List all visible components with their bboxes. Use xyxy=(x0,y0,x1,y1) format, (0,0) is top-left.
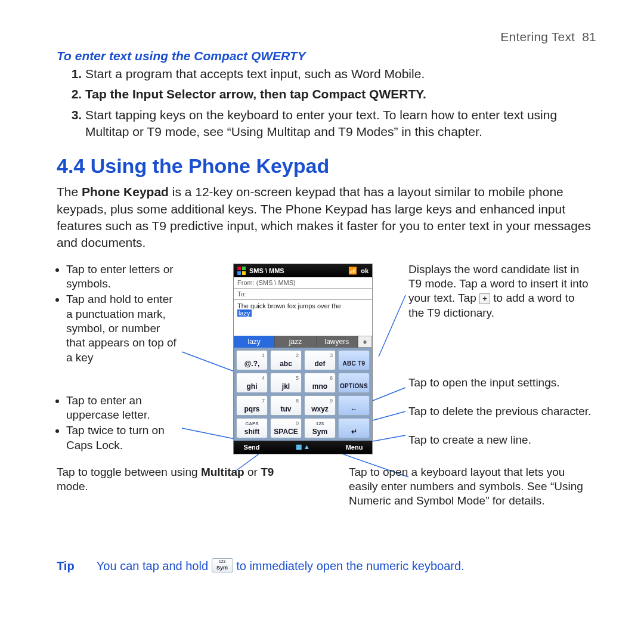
bl-e: mode. xyxy=(57,480,88,493)
phone-keypad-mock: SMS \ MMS 📶 ok From: (SMS \ MMS) To: The… xyxy=(233,264,373,454)
message-textarea[interactable]: The quick brown fox jumps over the lazy xyxy=(234,300,372,336)
svg-line-4 xyxy=(373,388,405,401)
section-intro: The Phone Keypad is a 12-key on-screen k… xyxy=(57,184,596,251)
callout-right-2: Tap to open the input settings. xyxy=(408,376,593,390)
callout-left-1: Tap to enter letters or symbols. Tap and… xyxy=(57,262,182,366)
step-2e: . xyxy=(423,87,426,101)
key-backspace[interactable]: ← xyxy=(338,395,370,416)
phone-titlebar: SMS \ MMS 📶 ok xyxy=(234,264,372,277)
tip-text-a: You can tap and hold xyxy=(97,559,212,572)
softkey-sip[interactable]: ▦ ▲ xyxy=(270,443,336,451)
key-9-num: 9 xyxy=(330,397,333,405)
candidate-bar: lazy jazz lawyers + xyxy=(234,336,372,348)
key-shift[interactable]: CAPSshift xyxy=(236,418,268,438)
key-3-num: 3 xyxy=(330,351,333,360)
tip-text-b: to immediately open the numeric keyboard… xyxy=(236,559,464,572)
softkey-bar: Send ▦ ▲ Menu xyxy=(234,441,372,454)
callout-left-2b: Tap twice to turn on Caps Lock. xyxy=(66,423,182,453)
compact-qwerty-heading: To enter text using the Compact QWERTY xyxy=(57,49,596,63)
key-1[interactable]: 1@.?, xyxy=(236,350,268,370)
callout-bottom-right: Tap to open a keyboard layout that lets … xyxy=(349,465,593,509)
key-2-num: 2 xyxy=(296,351,299,360)
key-6-num: 6 xyxy=(330,374,333,382)
manual-page: Entering Text 81 To enter text using the… xyxy=(0,0,644,644)
bl-c: or xyxy=(244,466,261,478)
key-1-lbl: @.?, xyxy=(237,360,267,368)
key-9[interactable]: 9wxyz xyxy=(304,395,336,416)
key-8[interactable]: 8tuv xyxy=(270,395,302,416)
key-8-num: 8 xyxy=(296,397,299,405)
softkey-menu[interactable]: Menu xyxy=(336,444,372,451)
tip-label: Tip xyxy=(57,559,75,572)
callout-left-1a: Tap to enter letters or symbols. xyxy=(66,262,182,292)
key-3[interactable]: 3def xyxy=(304,350,336,370)
sym-key-icon xyxy=(212,558,233,572)
key-2[interactable]: 2abc xyxy=(270,350,302,370)
callout-left-2: Tap to enter an uppercase letter. Tap tw… xyxy=(57,394,182,454)
windows-logo-icon xyxy=(237,267,246,275)
key-9-lbl: wxyz xyxy=(305,405,335,413)
enter-icon: ↵ xyxy=(339,428,369,436)
key-t9-lbl: ABC T9 xyxy=(339,360,369,368)
page-header: Entering Text 81 xyxy=(57,30,596,44)
callout-left-1b: Tap and hold to enter a punctuation mark… xyxy=(66,292,182,365)
bl-d: T9 xyxy=(261,466,274,478)
step-1: Start a program that accepts text input,… xyxy=(85,66,596,82)
key-8-lbl: tuv xyxy=(271,405,301,413)
section-title: 4.4 Using the Phone Keypad xyxy=(57,154,596,178)
key-options[interactable]: OPTIONS xyxy=(338,373,370,393)
tip-row: Tip You can tap and hold to immediately … xyxy=(57,558,596,573)
intro-b: Phone Keypad xyxy=(82,185,169,199)
callout-right-1: Displays the word candidate list in T9 m… xyxy=(408,262,593,320)
svg-line-5 xyxy=(373,411,405,420)
svg-line-6 xyxy=(373,435,405,441)
step-2a: Tap the xyxy=(85,87,132,101)
phone-title: SMS \ MMS xyxy=(249,267,345,274)
key-1-num: 1 xyxy=(262,351,265,360)
to-line[interactable]: To: xyxy=(234,289,372,300)
typed-text: The quick brown fox jumps over the xyxy=(237,302,341,309)
from-line: From: (SMS \ MMS) xyxy=(234,277,372,289)
step-1-text: Start a program that accepts text input,… xyxy=(85,67,425,80)
key-0-num: 0 xyxy=(296,419,299,428)
chapter-title: Entering Text xyxy=(500,30,575,44)
backspace-icon: ← xyxy=(339,405,369,413)
selected-word: lazy xyxy=(237,309,252,317)
step-2b: Input Selector xyxy=(132,87,216,101)
svg-line-3 xyxy=(379,295,405,357)
key-shift-lbl: shift xyxy=(237,428,267,436)
callout-left-2a: Tap to enter an uppercase letter. xyxy=(66,394,182,423)
softkey-send[interactable]: Send xyxy=(234,444,270,451)
candidate-3[interactable]: lawyers xyxy=(317,336,358,348)
key-space[interactable]: 0SPACE xyxy=(270,418,302,438)
key-7-num: 7 xyxy=(262,397,265,405)
add-candidate-button[interactable]: + xyxy=(358,336,372,348)
key-space-lbl: SPACE xyxy=(271,428,301,436)
plus-icon: + xyxy=(479,293,490,304)
step-2: Tap the Input Selector arrow, then tap C… xyxy=(85,86,596,103)
key-7[interactable]: 7pqrs xyxy=(236,395,268,416)
ok-button[interactable]: ok xyxy=(361,267,369,274)
callout-bottom-left: Tap to toggle between using Multitap or … xyxy=(57,465,283,494)
key-6[interactable]: 6mno xyxy=(304,373,336,393)
step-2c: arrow, then tap xyxy=(216,87,312,101)
key-t9-toggle[interactable]: ABC T9 xyxy=(338,350,370,370)
step-3-text: Start tapping keys on the keyboard to en… xyxy=(85,108,557,138)
key-4[interactable]: 4ghi xyxy=(236,373,268,393)
key-enter[interactable]: ↵ xyxy=(338,418,370,438)
key-2-lbl: abc xyxy=(271,360,301,368)
key-4-num: 4 xyxy=(262,374,265,382)
compact-qwerty-steps: Start a program that accepts text input,… xyxy=(57,66,596,140)
bl-b: Multitap xyxy=(201,466,244,478)
key-options-lbl: OPTIONS xyxy=(339,382,369,391)
key-sym[interactable]: 123Sym xyxy=(304,418,336,438)
key-6-lbl: mno xyxy=(305,382,335,391)
candidate-1[interactable]: lazy xyxy=(234,336,275,348)
callout-right-3: Tap to delete the previous character. xyxy=(408,404,593,419)
key-5-num: 5 xyxy=(296,374,299,382)
phone-keypad: 1@.?, 2abc 3def ABC T9 4ghi 5jkl 6mno OP… xyxy=(234,348,372,441)
key-5[interactable]: 5jkl xyxy=(270,373,302,393)
candidate-2[interactable]: jazz xyxy=(275,336,316,348)
key-sym-lbl: Sym xyxy=(305,428,335,436)
signal-icon: 📶 xyxy=(348,267,357,275)
